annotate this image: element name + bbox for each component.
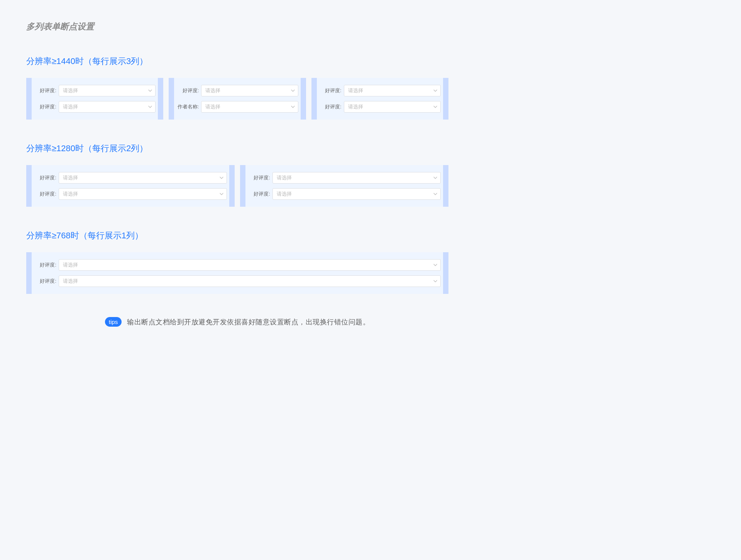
select-placeholder: 请选择 — [63, 278, 78, 285]
field-label: 好评度: — [32, 261, 59, 268]
column-stripe-right — [229, 165, 235, 207]
chevron-down-icon — [433, 176, 437, 180]
select-input[interactable]: 请选择 — [201, 85, 298, 96]
select-placeholder: 请选择 — [63, 261, 78, 268]
field-label: 好评度: — [32, 191, 59, 197]
form-column: 好评度:请选择好评度:请选择 — [26, 252, 448, 294]
chevron-down-icon — [433, 192, 437, 196]
column-body: 好评度:请选择好评度:请选择 — [317, 78, 443, 120]
form-row: 好评度:请选择 — [32, 170, 227, 186]
select-placeholder: 请选择 — [205, 103, 220, 110]
select-input[interactable]: 请选择 — [272, 172, 441, 184]
field-label: 作者名称: — [174, 103, 201, 110]
select-input[interactable]: 请选择 — [59, 259, 441, 271]
form-row: 好评度:请选择 — [32, 273, 441, 289]
column-stripe-right — [301, 78, 306, 120]
select-placeholder: 请选择 — [277, 174, 292, 181]
form-column: 好评度:请选择好评度:请选择 — [311, 78, 448, 120]
column-stripe-right — [443, 252, 448, 294]
field-label: 好评度: — [245, 191, 272, 197]
form-row: 好评度:请选择 — [32, 257, 441, 273]
column-stripe-left — [26, 252, 32, 294]
select-placeholder: 请选择 — [63, 87, 78, 94]
select-input[interactable]: 请选择 — [59, 172, 227, 184]
select-input[interactable]: 请选择 — [344, 101, 441, 113]
chevron-down-icon — [433, 263, 437, 267]
tips-badge: tips — [105, 317, 122, 327]
field-label: 好评度: — [32, 174, 59, 181]
select-placeholder: 请选择 — [348, 103, 363, 110]
select-input[interactable]: 请选择 — [344, 85, 441, 96]
chevron-down-icon — [433, 105, 437, 109]
column-stripe-left — [26, 78, 32, 120]
column-body: 好评度:请选择好评度:请选择 — [32, 78, 158, 120]
select-input[interactable]: 请选择 — [59, 101, 156, 113]
field-label: 好评度: — [32, 103, 59, 110]
form-columns: 好评度:请选择好评度:请选择好评度:请选择好评度:请选择 — [26, 165, 448, 207]
column-body: 好评度:请选择好评度:请选择 — [245, 165, 443, 207]
form-column: 好评度:请选择好评度:请选择 — [240, 165, 448, 207]
form-row: 好评度:请选择 — [32, 83, 156, 99]
form-row: 好评度:请选择 — [245, 170, 441, 186]
column-stripe-left — [311, 78, 317, 120]
select-input[interactable]: 请选择 — [59, 188, 227, 200]
column-stripe-left — [240, 165, 245, 207]
select-placeholder: 请选择 — [63, 174, 78, 181]
form-row: 好评度:请选择 — [317, 99, 441, 115]
column-stripe-left — [26, 165, 32, 207]
chevron-down-icon — [148, 89, 152, 93]
chevron-down-icon — [433, 279, 437, 283]
chevron-down-icon — [433, 89, 437, 93]
column-body: 好评度:请选择作者名称:请选择 — [174, 78, 300, 120]
form-row: 作者名称:请选择 — [174, 99, 298, 115]
select-input[interactable]: 请选择 — [272, 188, 441, 200]
form-row: 好评度:请选择 — [174, 83, 298, 99]
chevron-down-icon — [148, 105, 152, 109]
field-label: 好评度: — [174, 87, 201, 94]
section-title: 分辨率≥1280时（每行展示2列） — [26, 143, 448, 154]
section-title: 分辨率≥1440时（每行展示3列） — [26, 56, 448, 67]
chevron-down-icon — [220, 176, 223, 180]
form-row: 好评度:请选择 — [32, 186, 227, 202]
select-placeholder: 请选择 — [348, 87, 363, 94]
field-label: 好评度: — [32, 87, 59, 94]
form-row: 好评度:请选择 — [317, 83, 441, 99]
select-input[interactable]: 请选择 — [201, 101, 298, 113]
section-title: 分辨率≥768时（每行展示1列） — [26, 230, 448, 241]
chevron-down-icon — [220, 192, 223, 196]
select-placeholder: 请选择 — [63, 103, 78, 110]
column-stripe-right — [443, 165, 448, 207]
tips-text: 输出断点文档给到开放避免开发依据喜好随意设置断点，出现换行错位问题。 — [127, 317, 370, 327]
form-row: 好评度:请选择 — [32, 99, 156, 115]
select-input[interactable]: 请选择 — [59, 85, 156, 96]
field-label: 好评度: — [32, 278, 59, 285]
form-columns: 好评度:请选择好评度:请选择好评度:请选择作者名称:请选择好评度:请选择好评度:… — [26, 78, 448, 120]
column-stripe-right — [158, 78, 163, 120]
breakpoint-section: 分辨率≥768时（每行展示1列）好评度:请选择好评度:请选择 — [26, 230, 448, 294]
select-input[interactable]: 请选择 — [59, 275, 441, 287]
select-placeholder: 请选择 — [277, 191, 292, 197]
field-label: 好评度: — [317, 87, 344, 94]
column-stripe-right — [443, 78, 448, 120]
form-column: 好评度:请选择好评度:请选择 — [26, 78, 163, 120]
form-row: 好评度:请选择 — [245, 186, 441, 202]
chevron-down-icon — [291, 89, 295, 93]
chevron-down-icon — [291, 105, 295, 109]
column-stripe-left — [169, 78, 174, 120]
tips-row: tips 输出断点文档给到开放避免开发依据喜好随意设置断点，出现换行错位问题。 — [26, 317, 448, 327]
breakpoint-section: 分辨率≥1280时（每行展示2列）好评度:请选择好评度:请选择好评度:请选择好评… — [26, 143, 448, 207]
column-body: 好评度:请选择好评度:请选择 — [32, 252, 443, 294]
select-placeholder: 请选择 — [63, 191, 78, 197]
form-column: 好评度:请选择作者名称:请选择 — [169, 78, 306, 120]
breakpoint-section: 分辨率≥1440时（每行展示3列）好评度:请选择好评度:请选择好评度:请选择作者… — [26, 56, 448, 120]
field-label: 好评度: — [317, 103, 344, 110]
form-columns: 好评度:请选择好评度:请选择 — [26, 252, 448, 294]
form-column: 好评度:请选择好评度:请选择 — [26, 165, 235, 207]
field-label: 好评度: — [245, 174, 272, 181]
select-placeholder: 请选择 — [205, 87, 220, 94]
page-title: 多列表单断点设置 — [26, 21, 448, 32]
column-body: 好评度:请选择好评度:请选择 — [32, 165, 229, 207]
